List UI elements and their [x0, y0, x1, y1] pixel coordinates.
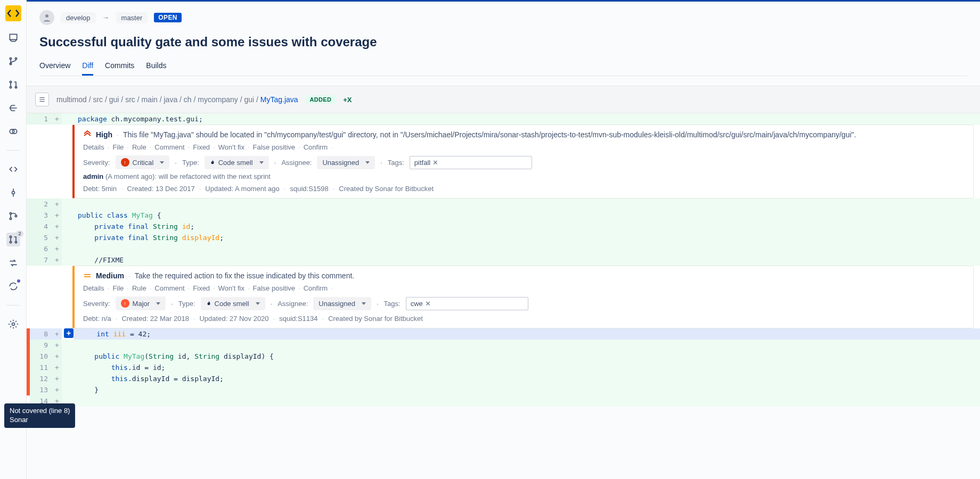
pr-title: Successful quality gate and some issues …	[39, 35, 967, 49]
rings-icon[interactable]	[6, 125, 20, 138]
svg-point-13	[10, 241, 11, 243]
action-comment[interactable]: Comment	[154, 143, 184, 151]
pull-requests-icon[interactable]: 2	[6, 233, 20, 246]
tab-overview[interactable]: Overview	[39, 57, 70, 76]
svg-point-12	[10, 236, 11, 237]
svg-point-4	[10, 86, 11, 88]
merge-icon[interactable]	[6, 101, 20, 115]
remove-tag-icon[interactable]: ✕	[432, 159, 438, 167]
issue-message: This file "MyTag.java" should be located…	[123, 130, 856, 139]
svg-point-16	[45, 14, 48, 18]
inbox-icon[interactable]	[6, 31, 20, 45]
pr-count-badge: 2	[16, 230, 23, 237]
sync-icon[interactable]	[6, 279, 20, 293]
svg-point-14	[15, 241, 17, 243]
file-tree-toggle-icon[interactable]	[35, 93, 49, 106]
tab-commits[interactable]: Commits	[105, 57, 134, 76]
highlighted-line: 8+ + int iii = 42;	[27, 328, 980, 340]
coverage-tooltip: Not covered (line 8) Sonar	[4, 403, 75, 428]
tab-builds[interactable]: Builds	[146, 57, 166, 76]
action-details[interactable]: Details	[83, 143, 104, 151]
svg-point-9	[10, 212, 11, 214]
action-rule[interactable]: Rule	[132, 143, 146, 151]
code-line: package ch.mycompany.test.gui;	[62, 113, 980, 125]
source-branch[interactable]: develop	[61, 12, 96, 23]
svg-point-11	[10, 218, 11, 219]
branches-icon[interactable]	[6, 209, 20, 223]
severity-high-icon	[83, 130, 92, 139]
svg-point-8	[12, 192, 14, 194]
source-icon[interactable]	[6, 162, 20, 176]
action-confirm[interactable]: Confirm	[304, 143, 328, 151]
svg-point-3	[10, 81, 11, 82]
tags-input[interactable]: cwe✕	[406, 297, 528, 310]
app-logo-icon[interactable]	[5, 5, 21, 21]
action-falsepositive[interactable]: False positive	[253, 143, 295, 151]
main-content: develop → master OPEN Successful quality…	[27, 0, 980, 479]
severity-medium-icon	[83, 271, 92, 280]
severity-label: High	[96, 130, 112, 139]
tags-input[interactable]: pitfall✕	[410, 156, 532, 169]
issue-actions: Details· File· Rule· Comment· Fixed· Won…	[83, 143, 965, 151]
add-comment-button[interactable]: +	[64, 328, 74, 338]
file-header: multimod / src / gui / src / main / java…	[27, 86, 980, 113]
assignee-dropdown[interactable]: Unassigned	[317, 156, 375, 169]
action-wontfix[interactable]: Won't fix	[218, 143, 244, 151]
file-lines-added: +X	[343, 96, 352, 104]
remove-tag-icon[interactable]: ✕	[425, 300, 431, 308]
assignee-dropdown[interactable]: Unassigned	[313, 297, 371, 310]
branch-icon[interactable]	[6, 54, 20, 68]
svg-point-10	[15, 215, 17, 217]
diff-viewer: 1+package ch.mycompany.test.gui; High · …	[27, 113, 980, 407]
svg-point-1	[15, 57, 17, 59]
svg-point-0	[10, 57, 11, 59]
svg-point-15	[12, 323, 14, 326]
compare-icon[interactable]	[6, 256, 20, 270]
file-path: multimod / src / gui / src / main / java…	[56, 95, 298, 104]
file-change-badge: ADDED	[306, 95, 336, 104]
type-dropdown[interactable]: Code smell	[201, 297, 265, 310]
action-file[interactable]: File	[112, 143, 124, 151]
issue-comment: admin (A moment ago): will be refactored…	[83, 172, 965, 180]
action-fixed[interactable]: Fixed	[193, 143, 210, 151]
issue-medium: Medium · Take the required action to fix…	[72, 266, 974, 328]
tab-diff[interactable]: Diff	[82, 57, 93, 76]
settings-icon[interactable]	[6, 317, 20, 331]
pull-request-open-icon[interactable]	[6, 78, 20, 92]
type-dropdown[interactable]: Code smell	[205, 156, 269, 169]
target-branch[interactable]: master	[116, 12, 148, 23]
author-avatar[interactable]	[39, 10, 54, 25]
pr-status-badge: OPEN	[154, 13, 182, 22]
severity-dropdown[interactable]: ↑Critical	[116, 155, 170, 169]
file-name[interactable]: MyTag.java	[260, 95, 298, 104]
issue-high: High · This file "MyTag.java" should be …	[72, 125, 974, 199]
commits-icon[interactable]	[6, 186, 20, 200]
pr-tabs: Overview Diff Commits Builds	[39, 57, 967, 76]
severity-dropdown[interactable]: ↑Major	[116, 296, 166, 310]
arrow-icon: →	[102, 13, 110, 22]
